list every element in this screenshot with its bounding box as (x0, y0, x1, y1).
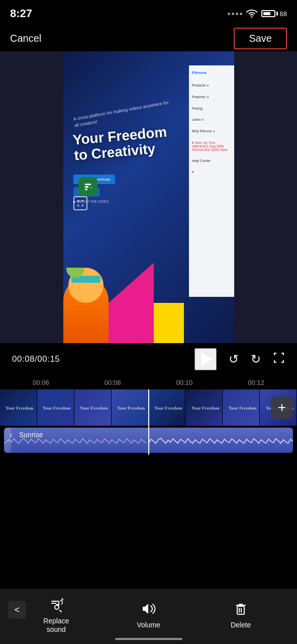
toolbar-item-volume[interactable]: Volume (128, 600, 168, 629)
svg-point-1 (55, 605, 59, 609)
filmora-app-icon (78, 177, 97, 196)
nav-helpcenter: Help Center (192, 157, 231, 165)
replace-sound-icon: + (48, 596, 65, 614)
audio-waveform (4, 437, 293, 450)
video-thumb-6 (185, 389, 223, 426)
video-thumb-3 (74, 389, 112, 426)
replace-sound-label: Replace sound (43, 617, 69, 634)
video-thumb-4 (112, 389, 149, 426)
play-icon (201, 352, 212, 366)
video-thumb-2 (37, 389, 74, 426)
delete-label: Delete (231, 621, 251, 629)
video-thumb-1 (0, 389, 37, 426)
nav-why: Why Filmora ∨ (192, 128, 231, 135)
nav-products: Products ∨ (192, 82, 231, 90)
battery-percent: 68 (280, 10, 287, 18)
svg-text:+: + (61, 597, 64, 602)
hero-subtitle: A cross-platform for making videos anywh… (72, 103, 173, 125)
cancel-button[interactable]: Cancel (10, 31, 41, 46)
audio-clip[interactable]: 〈 ♪ Sunrise (4, 428, 293, 453)
nav-features: Features ∨ (192, 94, 231, 101)
website-mockup: Filmora Products ∨ Features ∨ Pricing Le… (63, 51, 234, 343)
fullscreen-button[interactable] (273, 352, 285, 367)
ruler-mark-2: 00:08 (105, 379, 121, 386)
ruler-mark-1: 00:06 (33, 379, 49, 386)
volume-icon (140, 600, 157, 618)
toolbar-item-delete[interactable]: Delete (221, 600, 261, 629)
nav-pricing: Pricing (192, 105, 231, 112)
hero-title: Your Freedomto Creativity (72, 124, 175, 164)
audio-track-name: Sunrise (19, 431, 43, 439)
chevron-left-icon: < (15, 605, 20, 615)
audio-track[interactable]: 〈 ♪ Sunrise (4, 426, 293, 455)
music-note-icon: ♪ (9, 431, 13, 439)
ruler-mark-3: 00:10 (176, 379, 193, 386)
filmora-nav: Filmora Products ∨ Features ∨ Pricing Le… (189, 65, 234, 297)
redo-button[interactable]: ↻ (251, 352, 261, 366)
ruler-mark-4: 00:12 (248, 379, 264, 386)
timeline-ruler: 00:06 00:08 00:10 00:12 (0, 375, 297, 389)
nav-help: ♥ Jazz Up Your Valentine's Day With Film… (192, 139, 231, 153)
video-preview: Filmora Products ∨ Features ∨ Pricing Le… (0, 51, 297, 343)
undo-button[interactable]: ↺ (229, 352, 239, 366)
watch-video-text: ▶ WATCH THE VIDEO (73, 200, 174, 204)
add-media-button[interactable]: + (271, 396, 293, 419)
playback-controls: 00:08/00:15 ↺ ↻ (0, 343, 297, 375)
video-strip (0, 389, 297, 426)
video-track[interactable]: + (0, 389, 297, 426)
save-button[interactable]: Save (234, 28, 287, 49)
time-display: 00:08/00:15 (12, 354, 60, 364)
back-button[interactable]: < (8, 601, 26, 619)
battery-icon: 68 (261, 10, 287, 18)
control-buttons: ↺ ↻ (194, 348, 285, 370)
bottom-toolbar: < + Replace sound (0, 589, 297, 644)
home-indicator (115, 638, 182, 640)
filmora-logo: Filmora (192, 70, 231, 75)
colorful-section (63, 263, 184, 343)
delete-icon (232, 600, 249, 618)
video-thumb-5 (149, 389, 186, 426)
wifi-icon (246, 10, 257, 18)
status-icons: 68 (228, 10, 287, 18)
nav-heart: ♥ (192, 169, 231, 176)
status-time: 8:27 (10, 7, 32, 20)
video-content: Filmora Products ∨ Features ∨ Pricing Le… (63, 51, 234, 343)
volume-label: Volume (137, 621, 160, 629)
toolbar-item-replace-sound[interactable]: + Replace sound (36, 596, 76, 634)
crop-icon[interactable] (73, 196, 87, 210)
status-bar: 8:27 68 (0, 0, 297, 25)
video-thumb-7 (223, 389, 260, 426)
signal-icon (228, 13, 242, 15)
play-button[interactable] (194, 348, 217, 370)
timeline-area[interactable]: + 〈 ♪ Sunrise (0, 389, 297, 455)
top-controls: Cancel Save (0, 25, 297, 51)
nav-learn: Learn ∨ (192, 116, 231, 124)
toolbar-items: < + Replace sound (0, 589, 297, 638)
bottom-spacer (0, 455, 297, 490)
